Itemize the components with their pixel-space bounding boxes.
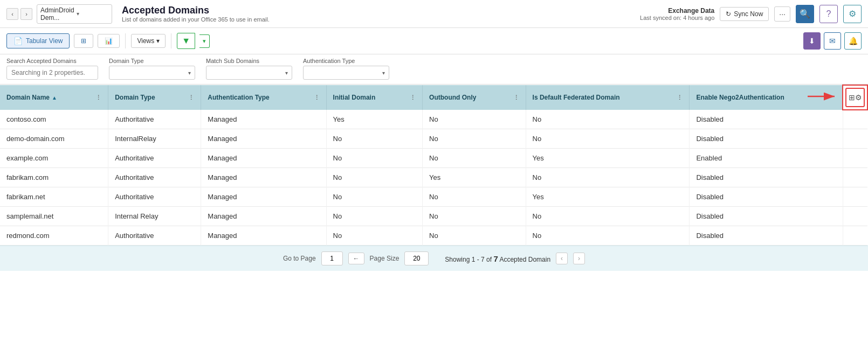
- schedule-button[interactable]: 🔔: [844, 32, 862, 50]
- toolbar-divider2: [171, 33, 171, 48]
- table-row[interactable]: samplemail.netInternal RelayManagedNoNoN…: [0, 207, 867, 226]
- cell-is_default_federated: No: [526, 207, 690, 226]
- cell-is_default_federated: Yes: [526, 149, 690, 168]
- breadcrumb-text: AdminDroid Dem...: [40, 6, 74, 22]
- cell-actions: [843, 168, 867, 187]
- download-button[interactable]: ⬇: [803, 32, 821, 50]
- col-domain-name-label: Domain Name: [6, 94, 50, 101]
- col-nego2[interactable]: Enable Nego2Authentication: [690, 85, 843, 110]
- breadcrumb-selector[interactable]: AdminDroid Dem... ▾: [37, 4, 112, 24]
- cell-initial_domain: No: [326, 168, 422, 187]
- col-menu-icon-outbound[interactable]: ⋮: [513, 94, 519, 101]
- cell-initial_domain: No: [326, 226, 422, 246]
- filter-dropdown-button[interactable]: ▾: [199, 34, 210, 48]
- table-row[interactable]: demo-domain.comInternalRelayManagedNoNoN…: [0, 129, 867, 149]
- go-to-page-button[interactable]: ←: [348, 253, 364, 264]
- tabular-view-icon: 📄: [13, 37, 23, 45]
- table-row[interactable]: example.comAuthoritativeManagedNoNoYesEn…: [0, 149, 867, 168]
- cell-outbound_only: No: [423, 187, 526, 207]
- page-number-input[interactable]: [321, 251, 343, 265]
- cell-auth_type: Managed: [201, 207, 326, 226]
- chevron-down-icon: ▾: [77, 11, 108, 17]
- header-right: Exchange Data Last synced on: 4 hours ag…: [640, 5, 862, 23]
- top-header: ‹ › AdminDroid Dem... ▾ Accepted Domains…: [0, 0, 868, 28]
- filter-button[interactable]: ▼: [177, 33, 195, 49]
- nav-forward-button[interactable]: ›: [20, 8, 32, 20]
- search-filter-label: Search Accepted Domains: [6, 58, 98, 64]
- entity-label: Accepted Domain: [499, 256, 550, 263]
- help-button[interactable]: ?: [819, 5, 838, 23]
- search-button[interactable]: 🔍: [796, 5, 814, 23]
- more-options-button[interactable]: ···: [774, 6, 790, 22]
- cell-auth_type: Managed: [201, 110, 326, 129]
- next-page-button[interactable]: ›: [573, 253, 585, 264]
- settings-button[interactable]: ⚙: [843, 5, 862, 23]
- prev-page-button[interactable]: ‹: [556, 253, 568, 264]
- cell-outbound_only: No: [423, 207, 526, 226]
- page-size-input[interactable]: [404, 251, 429, 265]
- col-default-federated[interactable]: Is Default Federated Domain ⋮: [526, 85, 690, 110]
- cell-actions: [843, 129, 867, 149]
- icon-view-icon: ⊞: [81, 37, 86, 45]
- chart-view-icon: 📊: [105, 37, 113, 45]
- cell-initial_domain: No: [326, 149, 422, 168]
- go-to-page-label: Go to Page: [283, 255, 316, 262]
- showing-text: Showing 1 - 7 of 7 Accepted Domain: [445, 254, 550, 263]
- col-domain-type[interactable]: Domain Type ⋮: [108, 85, 201, 110]
- cell-auth_type: Managed: [201, 168, 326, 187]
- col-settings[interactable]: ⊞⚙: [843, 85, 867, 110]
- table-row[interactable]: fabrikam.netAuthoritativeManagedNoNoYesD…: [0, 187, 867, 207]
- cell-domain_name: demo-domain.com: [0, 129, 108, 149]
- toolbar-right-actions: ⬇ ✉ 🔔: [803, 32, 862, 50]
- header-row: Domain Name ▲ ⋮ Domain Type ⋮ Authentica…: [0, 85, 867, 110]
- table-row[interactable]: redmond.comAuthoritativeManagedNoNoNoDis…: [0, 226, 867, 246]
- chart-view-button[interactable]: 📊: [98, 34, 120, 48]
- col-menu-icon-type[interactable]: ⋮: [188, 94, 194, 101]
- col-domain-name[interactable]: Domain Name ▲ ⋮: [0, 85, 108, 110]
- search-input-wrap: [6, 66, 98, 80]
- tabular-view-button[interactable]: 📄 Tabular View: [6, 33, 70, 48]
- cell-domain_name: fabrikam.net: [0, 187, 108, 207]
- table-row[interactable]: contoso.comAuthoritativeManagedYesNoNoDi…: [0, 110, 867, 129]
- cell-actions: [843, 207, 867, 226]
- search-input[interactable]: [6, 66, 98, 80]
- auth-type-select[interactable]: Managed Federated: [303, 66, 389, 80]
- sync-subtitle: Last synced on: 4 hours ago: [640, 15, 714, 21]
- email-button[interactable]: ✉: [824, 32, 841, 50]
- views-label: Views: [137, 37, 154, 45]
- cell-outbound_only: No: [423, 110, 526, 129]
- auth-type-filter-group: Authentication Type Managed Federated ▾: [303, 58, 389, 80]
- table-header: Domain Name ▲ ⋮ Domain Type ⋮ Authentica…: [0, 85, 867, 110]
- cell-outbound_only: Yes: [423, 168, 526, 187]
- cell-is_default_federated: No: [526, 168, 690, 187]
- col-menu-icon-domain[interactable]: ⋮: [95, 94, 101, 101]
- filter-icon: ▼: [182, 36, 190, 46]
- toolbar-divider: [125, 33, 126, 48]
- tabular-view-label: Tabular View: [26, 37, 63, 45]
- table-row[interactable]: fabrikam.comAuthoritativeManagedNoYesNoD…: [0, 168, 867, 187]
- col-auth-type[interactable]: Authentication Type ⋮: [201, 85, 326, 110]
- sync-now-button[interactable]: ↻ Sync Now: [720, 7, 769, 21]
- match-sub-select-wrap: Yes No ▾: [206, 66, 292, 80]
- col-menu-icon-federated[interactable]: ⋮: [677, 94, 683, 101]
- col-initial-domain[interactable]: Initial Domain ⋮: [326, 85, 422, 110]
- download-icon: ⬇: [809, 37, 815, 45]
- cell-domain_name: contoso.com: [0, 110, 108, 129]
- sync-info: Exchange Data Last synced on: 4 hours ag…: [640, 7, 714, 21]
- col-menu-icon-auth[interactable]: ⋮: [314, 94, 320, 101]
- nav-back-button[interactable]: ‹: [6, 8, 18, 20]
- sync-title: Exchange Data: [640, 7, 714, 15]
- cell-domain_name: samplemail.net: [0, 207, 108, 226]
- page-title-block: Accepted Domains List of domains added i…: [122, 5, 640, 23]
- cell-domain_type: Authoritative: [108, 168, 201, 187]
- cell-is_default_federated: Yes: [526, 187, 690, 207]
- match-sub-select[interactable]: Yes No: [206, 66, 292, 80]
- col-menu-icon-initial[interactable]: ⋮: [410, 94, 416, 101]
- icon-view-button[interactable]: ⊞: [74, 34, 93, 48]
- col-outbound-only[interactable]: Outbound Only ⋮: [423, 85, 526, 110]
- cell-initial_domain: No: [326, 207, 422, 226]
- column-settings-button[interactable]: ⊞⚙: [845, 88, 865, 107]
- views-button[interactable]: Views ▾: [131, 34, 166, 48]
- domain-type-select[interactable]: Authoritative InternalRelay: [109, 66, 195, 80]
- auth-type-label: Authentication Type: [303, 58, 389, 64]
